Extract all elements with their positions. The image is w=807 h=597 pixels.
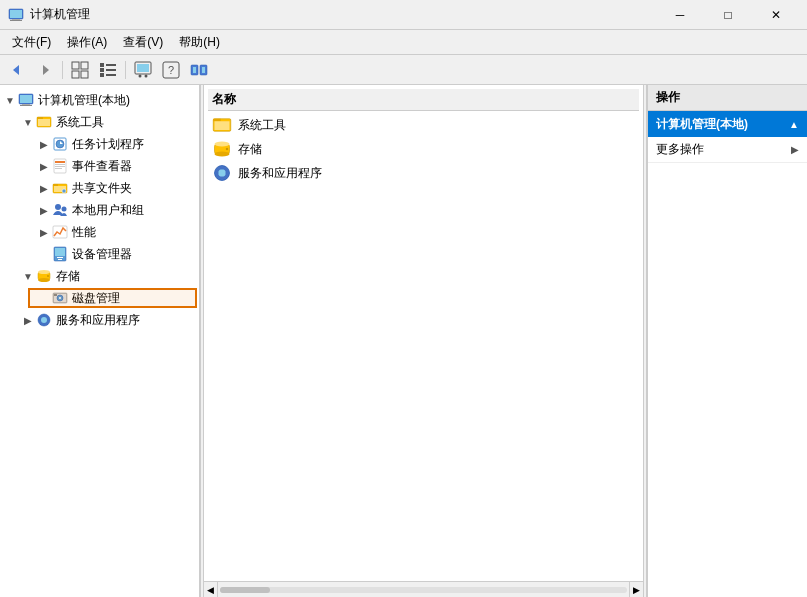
svg-point-18 — [139, 74, 142, 77]
users-toggle[interactable]: ▶ — [36, 202, 52, 218]
help-button[interactable]: ? — [158, 58, 184, 82]
scroll-thumb[interactable] — [220, 587, 270, 593]
shared-toggle[interactable]: ▶ — [36, 180, 52, 196]
svg-point-44 — [62, 189, 66, 193]
svg-rect-10 — [100, 63, 104, 67]
services-label: 服务和应用程序 — [56, 312, 140, 329]
svg-point-71 — [215, 142, 230, 147]
svg-point-73 — [226, 148, 229, 151]
content-h-scrollbar: ◀ ▶ — [204, 581, 643, 597]
svg-rect-8 — [72, 71, 79, 78]
title-bar-left: 计算机管理 — [8, 6, 90, 23]
svg-point-75 — [218, 169, 226, 177]
svg-point-55 — [47, 275, 49, 277]
svg-rect-9 — [81, 71, 88, 78]
svg-rect-51 — [58, 259, 62, 260]
svg-rect-7 — [81, 62, 88, 69]
action-panel: 操作 计算机管理(本地) ▲ 更多操作 ▶ — [647, 85, 807, 597]
content-item-system-tools[interactable]: 系统工具 — [208, 113, 639, 137]
tree-item-shared-folders[interactable]: ▶ 共享文件夹 — [0, 177, 199, 199]
svg-point-53 — [38, 270, 50, 274]
menu-item-action[interactable]: 操作(A) — [59, 30, 115, 54]
tree-item-services-apps[interactable]: ▶ 服务和应用程序 — [0, 309, 199, 331]
svg-marker-4 — [13, 65, 19, 75]
device-icon — [52, 246, 68, 262]
menu-item-file[interactable]: 文件(F) — [4, 30, 59, 54]
svg-rect-39 — [55, 166, 65, 167]
tree-item-device-manager[interactable]: 设备管理器 — [0, 243, 199, 265]
forward-button[interactable] — [32, 58, 58, 82]
content-panel: 名称 系统工具 存储 — [204, 85, 643, 597]
shared-icon — [52, 180, 68, 196]
svg-point-45 — [55, 204, 61, 210]
svg-point-46 — [62, 207, 67, 212]
minimize-button[interactable]: ─ — [657, 0, 703, 30]
svg-rect-15 — [106, 74, 116, 76]
scroll-left-btn[interactable]: ◀ — [204, 582, 218, 598]
tree-item-storage[interactable]: ▼ 存储 — [0, 265, 199, 287]
svg-rect-32 — [38, 119, 50, 126]
tree-panel: ▼ 计算机管理(本地) ▼ 系统工具 — [0, 85, 200, 597]
services-toggle[interactable]: ▶ — [20, 312, 36, 328]
svg-point-62 — [41, 317, 47, 323]
content-item-storage[interactable]: 存储 — [208, 137, 639, 161]
back-button[interactable] — [4, 58, 30, 82]
action-section-more[interactable]: 更多操作 ▶ — [648, 137, 807, 163]
svg-rect-14 — [100, 73, 104, 77]
tree-item-task-scheduler[interactable]: ▶ 任务计划程序 — [0, 133, 199, 155]
event-label: 事件查看器 — [72, 158, 132, 175]
extra-button[interactable] — [186, 58, 212, 82]
toolbar-sep-1 — [62, 61, 63, 79]
toolbar: ? — [0, 55, 807, 85]
large-icons-button[interactable] — [67, 58, 93, 82]
computer-mgmt-label: 计算机管理(本地) — [656, 116, 748, 133]
perf-label: 性能 — [72, 224, 96, 241]
up-button[interactable] — [130, 58, 156, 82]
svg-rect-42 — [53, 184, 58, 186]
forward-icon — [37, 62, 53, 78]
svg-rect-6 — [72, 62, 79, 69]
users-icon — [52, 202, 68, 218]
list-button[interactable] — [95, 58, 121, 82]
system-tools-toggle[interactable]: ▼ — [20, 114, 36, 130]
maximize-button[interactable]: □ — [705, 0, 751, 30]
svg-rect-40 — [55, 168, 62, 169]
computer-mgmt-arrow: ▲ — [789, 119, 799, 130]
scroll-right-btn[interactable]: ▶ — [629, 582, 643, 598]
storage-icon — [36, 268, 52, 284]
root-toggle[interactable]: ▼ — [2, 92, 18, 108]
storage-toggle[interactable]: ▼ — [20, 268, 36, 284]
content-services-icon — [212, 163, 232, 183]
tree-item-event-viewer[interactable]: ▶ 事件查看器 — [0, 155, 199, 177]
svg-rect-25 — [202, 67, 205, 73]
device-label: 设备管理器 — [72, 246, 132, 263]
menu-item-view[interactable]: 查看(V) — [115, 30, 171, 54]
content-item-services-apps[interactable]: 服务和应用程序 — [208, 161, 639, 185]
app-icon — [8, 7, 24, 23]
svg-rect-11 — [106, 64, 116, 66]
tree-item-system-tools[interactable]: ▼ 系统工具 — [0, 111, 199, 133]
close-button[interactable]: ✕ — [753, 0, 799, 30]
task-toggle[interactable]: ▶ — [36, 136, 52, 152]
tree-root[interactable]: ▼ 计算机管理(本地) — [0, 89, 199, 111]
content-system-tools-label: 系统工具 — [238, 117, 286, 134]
content-services-label: 服务和应用程序 — [238, 165, 322, 182]
tree-item-disk-management[interactable]: 磁盘管理 — [0, 287, 199, 309]
tree-item-performance[interactable]: ▶ 性能 — [0, 221, 199, 243]
svg-rect-3 — [10, 20, 22, 21]
svg-rect-77 — [221, 177, 224, 181]
content-storage-icon — [212, 139, 232, 159]
back-icon — [9, 62, 25, 78]
action-section-computer-mgmt[interactable]: 计算机管理(本地) ▲ — [648, 111, 807, 137]
disk-icon — [52, 290, 68, 306]
menu-item-help[interactable]: 帮助(H) — [171, 30, 228, 54]
perf-toggle[interactable]: ▶ — [36, 224, 52, 240]
svg-rect-24 — [193, 67, 196, 73]
event-toggle[interactable]: ▶ — [36, 158, 52, 174]
content-header: 名称 — [208, 89, 639, 111]
tree-item-local-users[interactable]: ▶ 本地用户和组 — [0, 199, 199, 221]
perf-icon — [52, 224, 68, 240]
up-icon — [134, 61, 152, 79]
action-header-label: 操作 — [656, 89, 680, 106]
content-storage-label: 存储 — [238, 141, 262, 158]
